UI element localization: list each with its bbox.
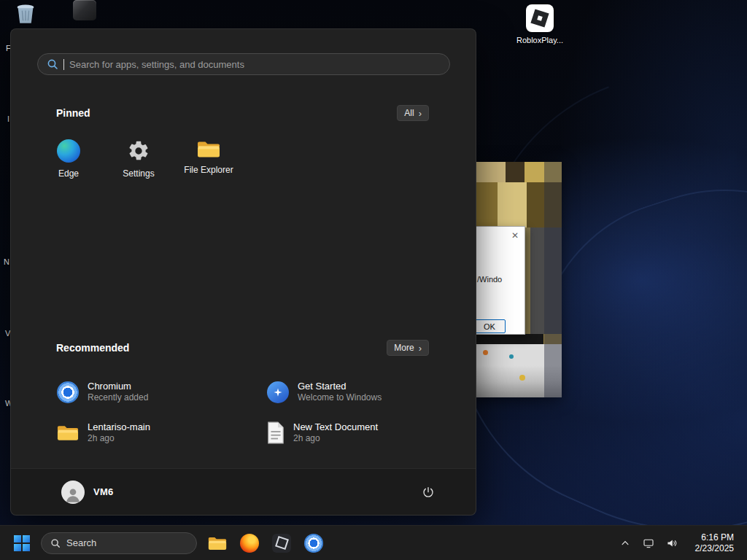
power-icon <box>422 486 435 499</box>
gear-icon <box>127 139 150 163</box>
text-caret <box>63 59 64 70</box>
start-search-input[interactable] <box>69 59 441 70</box>
chromium-icon <box>57 381 79 403</box>
recommended-item-title: New Text Document <box>293 421 378 433</box>
image-dot <box>483 350 488 355</box>
power-button[interactable] <box>416 480 441 505</box>
app-shape <box>73 0 96 20</box>
taskbar-search-label: Search <box>66 537 96 548</box>
taskbar-app-icons <box>203 529 328 558</box>
pinned-app-file-explorer[interactable]: File Explorer <box>174 135 244 201</box>
start-button[interactable] <box>7 529 36 558</box>
taskbar-clock[interactable]: 6:16 PM 2/23/2025 <box>691 531 738 556</box>
pinned-app-label: Settings <box>123 168 154 179</box>
tray-chevron-up-icon[interactable] <box>615 532 635 555</box>
folder-icon <box>208 535 227 551</box>
start-menu: Pinned All › Edge Settings File Explorer <box>10 28 476 516</box>
clock-time: 6:16 PM <box>695 532 734 543</box>
recycle-bin-icon[interactable] <box>15 1 36 25</box>
all-button[interactable]: All › <box>397 105 429 121</box>
recommended-item-subtitle: 2h ago <box>293 433 378 444</box>
recommended-item-lentariso[interactable]: Lentariso-main 2h ago <box>57 413 267 451</box>
roblox-logo <box>526 4 554 32</box>
roblox-mark <box>530 9 549 27</box>
trash-icon <box>15 1 36 25</box>
firefox-icon <box>240 534 259 553</box>
edge-icon <box>57 139 80 163</box>
get-started-icon <box>267 381 289 403</box>
recommended-item-subtitle: Welcome to Windows <box>298 392 382 403</box>
close-icon[interactable]: ✕ <box>511 230 519 241</box>
recommended-item-title: Chromium <box>88 381 148 392</box>
roblox-dark-icon <box>272 534 291 553</box>
pinned-app-label: File Explorer <box>184 165 233 175</box>
desktop-label-fragment: N <box>4 257 9 266</box>
recommended-item-get-started[interactable]: Get Started Welcome to Windows <box>267 372 446 410</box>
person-icon <box>63 485 82 504</box>
recommended-item-title: Lentariso-main <box>88 421 150 433</box>
document-icon <box>267 421 285 444</box>
clock-date: 2/23/2025 <box>695 543 734 554</box>
dialog-message: /Windo <box>477 275 502 284</box>
pinned-app-label: Edge <box>58 168 79 179</box>
chromium-icon <box>304 534 323 553</box>
recommended-title: Recommended <box>56 342 129 354</box>
system-tray: 6:16 PM 2/23/2025 <box>615 531 738 556</box>
pinned-app-edge[interactable]: Edge <box>34 135 104 201</box>
folder-icon <box>57 424 79 442</box>
chevron-right-icon: › <box>419 109 422 118</box>
search-icon <box>47 58 58 70</box>
recommended-item-subtitle: 2h ago <box>88 433 150 444</box>
image-dot <box>519 375 525 381</box>
roblox-player-icon[interactable]: RobloxPlay... <box>515 4 565 44</box>
user-name: VM6 <box>93 486 114 497</box>
pinned-app-settings[interactable]: Settings <box>104 135 174 201</box>
avatar <box>61 481 85 504</box>
pinned-title: Pinned <box>56 107 90 119</box>
file-explorer-taskbar-icon[interactable] <box>203 529 232 558</box>
display-network-icon[interactable] <box>638 532 659 555</box>
user-profile-button[interactable]: VM6 <box>57 476 121 508</box>
recommended-item-title: Get Started <box>298 381 382 392</box>
recommended-item-subtitle: Recently added <box>88 392 148 403</box>
taskbar-search[interactable]: Search <box>41 532 197 554</box>
folder-icon <box>197 139 220 159</box>
all-button-label: All <box>404 108 414 118</box>
chromium-taskbar-icon[interactable] <box>299 529 328 558</box>
windows-logo-icon <box>13 534 31 552</box>
pinned-apps-grid: Edge Settings File Explorer <box>34 135 244 201</box>
recommended-item-new-text-document[interactable]: New Text Document 2h ago <box>267 413 446 451</box>
start-menu-user-bar: VM6 <box>11 468 476 515</box>
ok-button[interactable]: OK <box>473 319 506 333</box>
search-icon <box>50 538 61 548</box>
roblox-player-label: RobloxPlay... <box>516 36 563 44</box>
firefox-taskbar-icon[interactable] <box>235 529 264 558</box>
start-search-box[interactable] <box>37 53 450 75</box>
recommended-item-chromium[interactable]: Chromium Recently added <box>57 372 267 410</box>
more-button-label: More <box>394 343 414 353</box>
image-dot <box>509 354 514 359</box>
desktop-label-fragment: I <box>7 114 9 123</box>
desktop-app-icon[interactable] <box>73 0 96 20</box>
window-edge <box>544 162 562 397</box>
volume-icon[interactable] <box>662 532 682 555</box>
taskbar: Search <box>0 525 747 560</box>
more-button[interactable]: More › <box>387 340 429 356</box>
roblox-taskbar-icon[interactable] <box>267 529 296 558</box>
recommended-grid: Chromium Recently added Get Started Welc… <box>57 372 446 451</box>
chevron-right-icon: › <box>419 343 422 353</box>
